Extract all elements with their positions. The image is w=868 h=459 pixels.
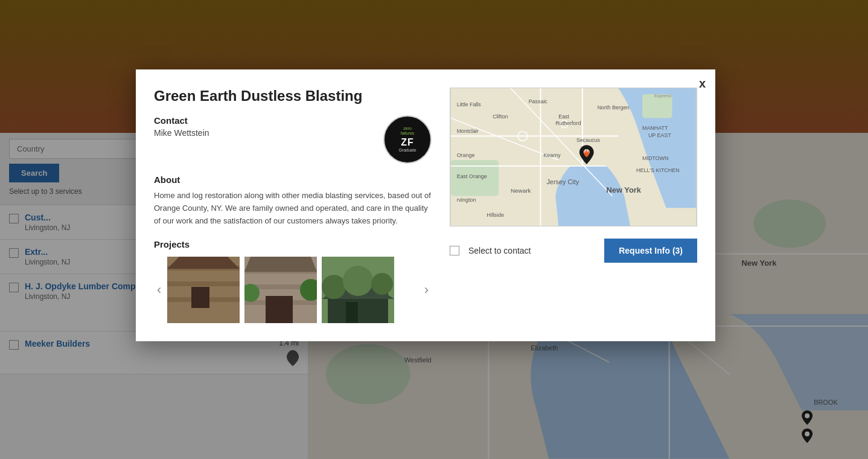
badge-line2: failures <box>398 131 416 136</box>
svg-text:Clifton: Clifton <box>493 114 508 120</box>
svg-rect-5 <box>167 274 240 278</box>
svg-text:Montclair: Montclair <box>457 128 479 134</box>
request-info-button[interactable]: Request Info (3) <box>604 239 697 263</box>
svg-text:Little Falls: Little Falls <box>457 101 482 108</box>
svg-text:East: East <box>558 114 569 120</box>
svg-rect-19 <box>266 296 293 323</box>
projects-label: Projects <box>154 239 432 249</box>
svg-text:Rutherford: Rutherford <box>555 120 581 126</box>
svg-text:Secaucus: Secaucus <box>576 137 601 143</box>
modal-right: Little Falls Clifton Passaic Montclair E… <box>450 88 697 323</box>
svg-rect-6 <box>167 281 240 286</box>
badge-line1: zero <box>398 126 416 131</box>
svg-text:MANHATT: MANHATT <box>642 125 668 131</box>
svg-text:rvington: rvington <box>457 197 476 203</box>
modal-left: Green Earth Dustless Blasting Contact Mi… <box>154 88 432 323</box>
svg-text:Newark: Newark <box>511 187 531 194</box>
modal-title: Green Earth Dustless Blasting <box>154 88 432 104</box>
svg-text:Jersey City: Jersey City <box>546 178 579 185</box>
svg-point-27 <box>343 266 373 296</box>
project-img-svg1 <box>167 257 240 323</box>
contact-name: Mike Wettstein <box>154 128 209 138</box>
project-img-2[interactable] <box>244 257 317 323</box>
badge: zero failures ZF Graduate <box>383 115 432 164</box>
modal: x Green Earth Dustless Blasting Contact … <box>136 69 715 341</box>
modal-actions: Select to contact Request Info (3) <box>450 239 697 263</box>
svg-text:Kearny: Kearny <box>543 152 561 158</box>
svg-point-26 <box>322 275 346 299</box>
projects-carousel: ‹ Before After <box>154 257 432 323</box>
about-text: Home and log restoration along with othe… <box>154 190 432 227</box>
svg-marker-18 <box>244 257 317 272</box>
svg-text:North Bergen: North Bergen <box>598 104 630 111</box>
select-checkbox[interactable] <box>450 246 459 255</box>
project-img-svg3 <box>322 257 394 323</box>
svg-text:Express: Express <box>654 93 672 98</box>
modal-map: Little Falls Clifton Passaic Montclair E… <box>450 88 697 226</box>
svg-text:New York: New York <box>607 185 642 194</box>
carousel-next[interactable]: › <box>421 279 432 301</box>
project-img-1[interactable]: Before After <box>167 257 240 323</box>
contact-label: Contact <box>154 115 209 126</box>
badge-zf: ZF <box>398 136 416 148</box>
carousel-images: Before After <box>167 257 418 323</box>
project-img-3[interactable] <box>322 257 394 323</box>
svg-marker-10 <box>167 257 240 269</box>
project-img-svg2 <box>244 257 317 323</box>
svg-text:East Orange: East Orange <box>457 173 487 179</box>
badge-graduate: Graduate <box>398 148 416 153</box>
contact-section: Contact Mike Wettstein zero failures ZF … <box>154 115 432 164</box>
svg-text:Passaic: Passaic <box>529 98 548 104</box>
close-button[interactable]: x <box>699 77 706 91</box>
svg-point-28 <box>371 273 393 295</box>
svg-text:Orange: Orange <box>457 152 475 158</box>
svg-text:MIDTOWN: MIDTOWN <box>642 155 668 161</box>
contact-info: Contact Mike Wettstein <box>154 115 209 138</box>
carousel-prev[interactable]: ‹ <box>154 279 164 301</box>
badge-text: zero failures ZF Graduate <box>398 126 416 153</box>
svg-text:Hillside: Hillside <box>487 212 504 218</box>
svg-rect-11 <box>191 287 209 308</box>
svg-text:UP EAST: UP EAST <box>648 132 672 138</box>
svg-text:HELL'S KITCHEN: HELL'S KITCHEN <box>636 167 680 173</box>
select-label[interactable]: Select to contact <box>468 246 531 255</box>
svg-rect-25 <box>346 302 358 323</box>
modal-map-svg: Little Falls Clifton Passaic Montclair E… <box>450 88 697 226</box>
about-label: About <box>154 175 432 185</box>
